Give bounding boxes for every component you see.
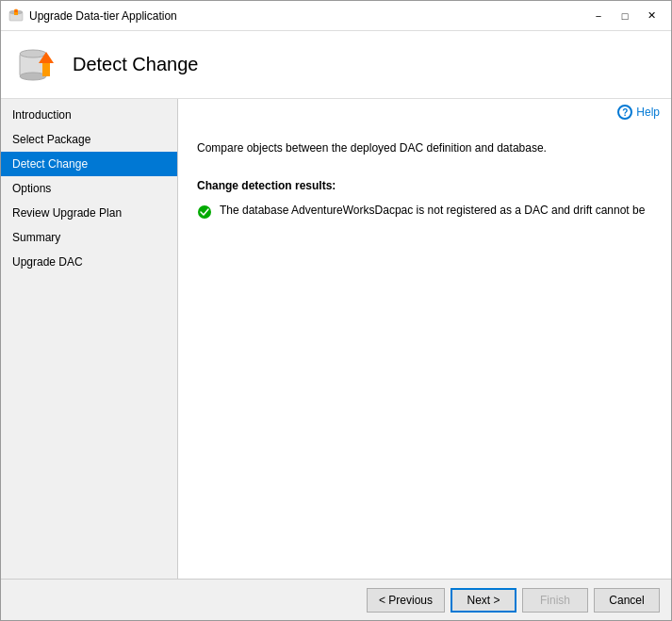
minimize-button[interactable]: − bbox=[586, 7, 611, 25]
sidebar-item-review-upgrade-plan[interactable]: Review Upgrade Plan bbox=[1, 201, 177, 225]
window-title: Upgrade Data-tier Application bbox=[29, 9, 586, 23]
sidebar-item-upgrade-dac[interactable]: Upgrade DAC bbox=[1, 250, 177, 274]
main-window: Upgrade Data-tier Application − □ ✕ Dete… bbox=[0, 0, 672, 621]
svg-rect-7 bbox=[42, 63, 50, 76]
close-button[interactable]: ✕ bbox=[639, 7, 664, 25]
finish-button[interactable]: Finish bbox=[522, 588, 588, 613]
svg-point-9 bbox=[198, 205, 211, 219]
maximize-button[interactable]: □ bbox=[613, 7, 637, 25]
svg-point-6 bbox=[20, 73, 46, 80]
sidebar-item-detect-change[interactable]: Detect Change bbox=[1, 152, 177, 176]
success-icon bbox=[197, 204, 212, 220]
main-inner: Compare objects between the deployed DAC… bbox=[178, 125, 671, 579]
footer: < Previous Next > Finish Cancel bbox=[1, 579, 671, 620]
content-area: Introduction Select Package Detect Chang… bbox=[1, 99, 671, 579]
next-button[interactable]: Next > bbox=[451, 588, 516, 613]
help-link[interactable]: ? Help bbox=[178, 99, 671, 125]
title-bar: Upgrade Data-tier Application − □ ✕ bbox=[1, 1, 671, 31]
cancel-button[interactable]: Cancel bbox=[594, 588, 660, 613]
header: Detect Change bbox=[1, 31, 671, 99]
main-content: ? Help Compare objects between the deplo… bbox=[178, 99, 671, 579]
window-controls: − □ ✕ bbox=[586, 7, 664, 25]
sidebar-item-select-package[interactable]: Select Package bbox=[1, 127, 177, 152]
sidebar: Introduction Select Package Detect Chang… bbox=[1, 99, 178, 579]
window-icon bbox=[8, 8, 24, 24]
header-icon bbox=[16, 42, 61, 88]
sidebar-item-summary[interactable]: Summary bbox=[1, 225, 177, 250]
previous-button[interactable]: < Previous bbox=[367, 588, 445, 613]
sidebar-item-introduction[interactable]: Introduction bbox=[1, 103, 177, 127]
result-message: The database AdventureWorksDacpac is not… bbox=[220, 204, 645, 217]
help-label: Help bbox=[636, 106, 660, 119]
result-item: The database AdventureWorksDacpac is not… bbox=[197, 204, 652, 220]
help-icon: ? bbox=[617, 105, 632, 120]
results-section: Change detection results: The database A… bbox=[197, 179, 652, 220]
description-text: Compare objects between the deployed DAC… bbox=[197, 140, 652, 156]
results-header: Change detection results: bbox=[197, 179, 652, 192]
svg-point-5 bbox=[20, 50, 46, 57]
sidebar-item-options[interactable]: Options bbox=[1, 176, 177, 201]
page-title: Detect Change bbox=[73, 54, 198, 75]
